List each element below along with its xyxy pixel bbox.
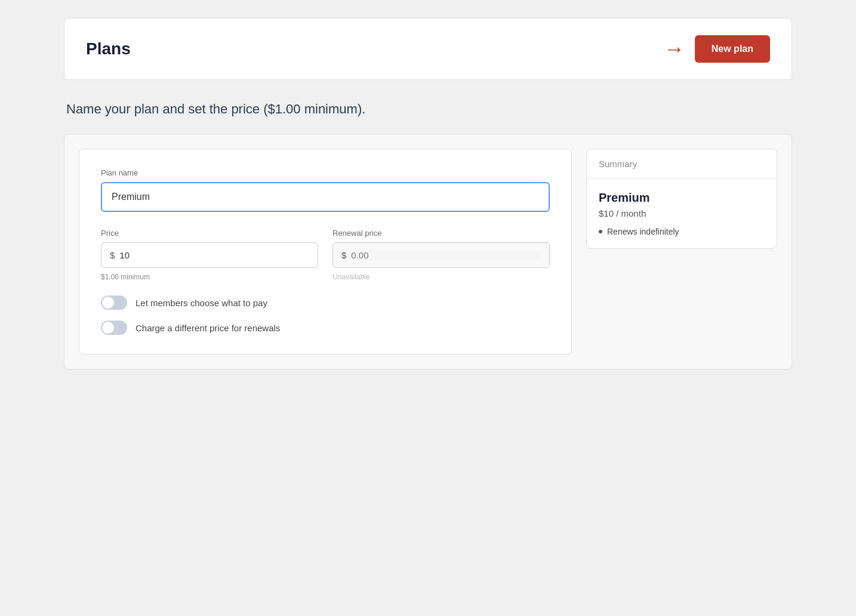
price-label: Price bbox=[101, 229, 318, 238]
summary-body: Premium $10 / month Renews indefinitely bbox=[587, 179, 777, 248]
renewal-unavailable-text: Unavailable bbox=[332, 273, 550, 281]
summary-header: Summary bbox=[587, 149, 777, 179]
summary-feature-row: Renews indefinitely bbox=[599, 227, 765, 236]
summary-panel: Summary Premium $10 / month Renews indef… bbox=[586, 149, 777, 249]
toggle-different-price[interactable] bbox=[101, 321, 127, 335]
toggle-different-price-label: Charge a different price for renewals bbox=[136, 323, 280, 333]
form-panel: Plan name Price $ $1.00 minimum Renewal … bbox=[79, 149, 572, 355]
renewal-price-input-wrapper: $ bbox=[332, 242, 550, 268]
summary-feature-text: Renews indefinitely bbox=[607, 227, 679, 236]
toggle-choose-pay-label: Let members choose what to pay bbox=[136, 298, 267, 308]
toggle-choose-pay[interactable] bbox=[101, 295, 127, 310]
price-currency-symbol: $ bbox=[110, 250, 115, 260]
renewal-price-field: Renewal price $ Unavailable bbox=[332, 229, 550, 281]
plan-name-label: Plan name bbox=[101, 168, 550, 177]
page-subtitle: Name your plan and set the price ($1.00 … bbox=[64, 101, 792, 117]
page-title: Plans bbox=[86, 39, 131, 58]
renewal-price-label: Renewal price bbox=[332, 229, 550, 238]
header-actions: → New plan bbox=[664, 35, 770, 63]
plan-name-input[interactable] bbox=[101, 182, 550, 212]
price-row: Price $ $1.00 minimum Renewal price $ Un… bbox=[101, 229, 550, 281]
new-plan-button[interactable]: New plan bbox=[695, 35, 770, 63]
renewal-price-input[interactable] bbox=[351, 250, 541, 260]
summary-price: $10 / month bbox=[599, 208, 765, 218]
bullet-icon bbox=[599, 230, 602, 233]
toggle-choose-pay-row: Let members choose what to pay bbox=[101, 295, 550, 310]
price-input[interactable] bbox=[119, 250, 309, 260]
toggle-different-price-row: Charge a different price for renewals bbox=[101, 321, 550, 335]
renewal-currency-symbol: $ bbox=[341, 250, 346, 260]
price-field: Price $ $1.00 minimum bbox=[101, 229, 318, 281]
price-hint: $1.00 minimum bbox=[101, 273, 318, 281]
plan-name-field: Plan name bbox=[101, 168, 550, 229]
summary-plan-name: Premium bbox=[599, 191, 765, 205]
main-content-card: Plan name Price $ $1.00 minimum Renewal … bbox=[64, 134, 792, 369]
header-card: Plans → New plan bbox=[64, 18, 792, 80]
price-input-wrapper: $ bbox=[101, 242, 318, 268]
arrow-icon: → bbox=[664, 36, 685, 61]
